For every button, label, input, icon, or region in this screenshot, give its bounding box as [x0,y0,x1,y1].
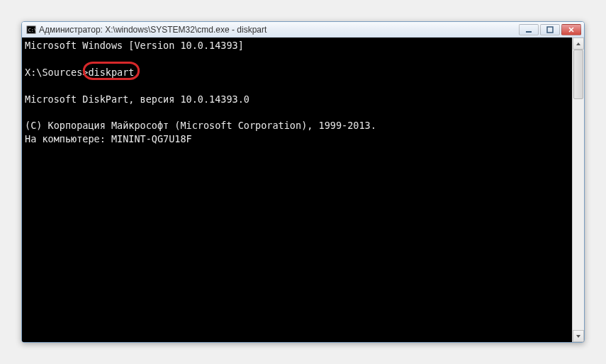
prompt-prefix: X:\Sources> [25,67,88,78]
diskpart-version-line: Microsoft DiskPart, версия 10.0.14393.0 [25,93,249,105]
maximize-button[interactable] [540,24,560,35]
vertical-scrollbar[interactable] [572,38,584,342]
svg-rect-2 [526,31,532,33]
cmd-icon: C:\ [26,25,36,35]
window-controls [519,24,581,35]
version-line: Microsoft Windows [Version 10.0.14393] [25,40,244,51]
client-area: Microsoft Windows [Version 10.0.14393] X… [22,38,584,342]
scroll-up-button[interactable] [573,38,584,50]
entered-command: diskpart [88,67,134,78]
scroll-down-button[interactable] [573,330,584,342]
computer-line: На компьютере: MININT-QG7U18F [25,133,192,144]
copyright-line: (C) Корпорация Майкрософт (Microsoft Cor… [25,120,376,131]
terminal-output[interactable]: Microsoft Windows [Version 10.0.14393] X… [22,38,572,342]
svg-text:C:\: C:\ [28,27,36,33]
titlebar[interactable]: C:\ Администратор: X:\windows\SYSTEM32\c… [22,22,584,38]
scroll-track[interactable] [573,50,584,330]
scroll-thumb[interactable] [573,50,583,99]
cmd-window: C:\ Администратор: X:\windows\SYSTEM32\c… [21,21,585,343]
minimize-button[interactable] [519,24,539,35]
svg-rect-3 [547,27,553,33]
close-button[interactable] [561,24,581,35]
window-title: Администратор: X:\windows\SYSTEM32\cmd.e… [39,25,519,35]
